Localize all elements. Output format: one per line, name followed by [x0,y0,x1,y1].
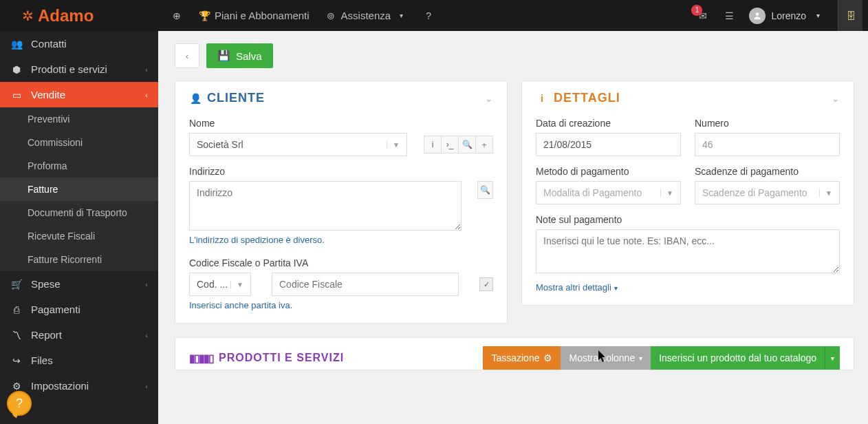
metodo-placeholder: Modalita di Pagamento [543,187,642,198]
main: ‹ 💾Salva 👤 CLIENTE ⌄ Nome Società Srl ▼ … [158,31,868,424]
topnav-help[interactable]: ? [422,10,435,21]
search-icon: 🔍 [480,185,490,195]
chevron-down-icon: ▾ [812,12,824,19]
panel-cliente-header: 👤 CLIENTE ⌄ [189,91,493,105]
topnav-add[interactable]: ⊕ [171,10,183,21]
save-button[interactable]: 💾Salva [206,43,273,68]
panel-prodotti: ▮▯▮▮▯ PRODOTTI E SERVIZI Tassazione⚙ Mos… [175,337,854,370]
sidebar-label: Files [31,354,53,366]
sidebar-item-vendite[interactable]: ▭Vendite‹ [0,82,158,107]
plus-icon: ＋ [480,139,488,151]
toolbar: ‹ 💾Salva [175,43,854,68]
mostra-colonne-label: Mostra colonne [569,352,635,363]
scadenze-select[interactable]: Scadenze di Pagamento ▼ [695,181,840,204]
cf-input[interactable] [272,273,459,296]
collapse-button[interactable]: ⌄ [832,93,840,104]
cf-checkbox[interactable]: ✓ [479,277,493,291]
question-circle-icon: ? [422,10,435,21]
topnav-support-label: Assistenza [341,10,391,21]
sidebar-item-contatti[interactable]: 👥Contatti [0,31,158,56]
contacts-icon: 👥 [10,39,23,50]
metodo-select[interactable]: Modalita di Pagamento ▼ [536,181,681,204]
piva-link[interactable]: Inserisci anche partita iva. [189,300,493,310]
search-button[interactable]: 🔍 [458,136,476,153]
data-label: Data di creazione [536,118,681,129]
topnav-db-button[interactable]: 🗄 [838,0,862,31]
sidebar-item-files[interactable]: ↪Files [0,348,158,373]
help-bubble[interactable]: ? [7,391,32,416]
svg-point-0 [756,12,759,16]
topnav: ⊕ 🏆Piani e Abbonamenti ⊚Assistenza▾ ? [158,10,697,21]
sidebar-sub-fatture[interactable]: Fatture [0,178,158,201]
agenda-button[interactable]: ☰ [723,10,735,21]
money-icon: ⎙ [10,304,23,315]
chevron-down-icon: ▼ [230,281,243,288]
sidebar-sub-fatture-ric[interactable]: Fatture Ricorrenti [0,248,158,271]
indirizzo-input[interactable] [189,181,462,231]
chevron-down-icon: ▼ [819,189,832,197]
scadenze-placeholder: Scadenze di Pagamento [702,187,807,198]
package-icon: ⬢ [10,64,23,75]
question-icon: ? [16,396,23,411]
card-icon: ▭ [10,89,23,100]
topnav-plans[interactable]: 🏆Piani e Abbonamenti [198,10,310,21]
numero-input[interactable] [695,133,840,156]
notifications-badge: 1 [691,5,702,16]
info-icon: i [536,93,548,104]
add-button[interactable]: ＋ [475,136,493,153]
notifications-button[interactable]: ✉ 1 [697,10,709,21]
cf-type-select[interactable]: Cod. ... ▼ [189,273,251,296]
panel-cliente: 👤 CLIENTE ⌄ Nome Società Srl ▼ i ›_ 🔍 ＋ [175,81,508,324]
sidebar-item-spese[interactable]: 🛒Spese‹ [0,271,158,297]
panel-dettagli-header: i DETTAGLI ⌄ [536,91,840,105]
sidebar-sub-ddt[interactable]: Documenti di Trasporto [0,201,158,224]
spedizione-diversa-link[interactable]: L'indirizzo di spedizione è diverso. [189,235,493,245]
chevron-down-icon: ▾ [831,354,834,362]
sidebar-label: Impostazioni [31,380,89,392]
panel-dettagli: i DETTAGLI ⌄ Data di creazione Numero Me… [521,81,854,306]
nome-value: Società Srl [197,139,243,150]
chevron-down-icon: ▾ [395,12,407,19]
scadenze-label: Scadenze di pagamento [695,166,840,177]
chevron-down-icon: ▼ [387,141,400,149]
tassazione-button[interactable]: Tassazione⚙ [483,346,561,370]
nome-actions: i ›_ 🔍 ＋ [424,136,493,153]
terminal-button[interactable]: ›_ [441,136,459,153]
note-input[interactable] [536,229,840,273]
mostra-colonne-button[interactable]: Mostra colonne▾ [561,346,651,370]
sidebar-item-prodotti[interactable]: ⬢Prodotti e servizi‹ [0,56,158,82]
data-input[interactable] [536,133,681,156]
indirizzo-search-button[interactable]: 🔍 [477,181,493,199]
sidebar-sub-preventivi[interactable]: Preventivi [0,107,158,131]
panels-row: 👤 CLIENTE ⌄ Nome Società Srl ▼ i ›_ 🔍 ＋ [175,81,854,324]
barcode-icon: ▮▯▮▮▯ [189,352,213,365]
collapse-button[interactable]: ⌄ [485,93,493,104]
chevron-left-icon: ‹ [186,51,188,61]
user-menu[interactable]: Lorenzo ▾ [749,8,824,24]
sidebar-label: Prodotti e servizi [31,63,107,75]
info-icon: i [432,140,434,149]
back-button[interactable]: ‹ [175,43,199,68]
sidebar-item-report[interactable]: 〽Report‹ [0,322,158,348]
sidebar-sub-ricevute[interactable]: Ricevute Fiscali [0,224,158,248]
chevron-left-icon: ‹ [145,91,148,99]
inserisci-prodotto-button[interactable]: Inserisci un prodotto dal tuo catalogo [651,346,825,370]
sidebar-sub-proforma[interactable]: Proforma [0,154,158,178]
mostra-altri-dettagli-link[interactable]: Mostra altri dettagli [536,282,618,293]
info-button[interactable]: i [424,136,442,153]
search-icon: 🔍 [462,140,473,149]
sidebar-sub-commissioni[interactable]: Commissioni [0,131,158,154]
nome-select[interactable]: Società Srl ▼ [189,133,407,156]
trophy-icon: 🏆 [198,10,210,21]
panel-prodotti-header: ▮▯▮▮▯ PRODOTTI E SERVIZI [189,352,344,365]
sidebar-label: Report [31,329,62,341]
sidebar-item-pagamenti[interactable]: ⎙Pagamenti [0,297,158,322]
cart-icon: 🛒 [10,279,23,290]
sidebar: 👥Contatti ⬢Prodotti e servizi‹ ▭Vendite‹… [0,31,158,424]
inserisci-prodotto-dropdown[interactable]: ▾ [825,346,840,370]
brand[interactable]: ✲ Adamo [0,6,158,25]
topbar-right: ✉ 1 ☰ Lorenzo ▾ 🗄 [697,0,868,31]
topnav-support[interactable]: ⊚Assistenza▾ [325,10,408,21]
chart-icon: 〽 [10,330,23,341]
sidebar-label: Spese [31,278,61,290]
